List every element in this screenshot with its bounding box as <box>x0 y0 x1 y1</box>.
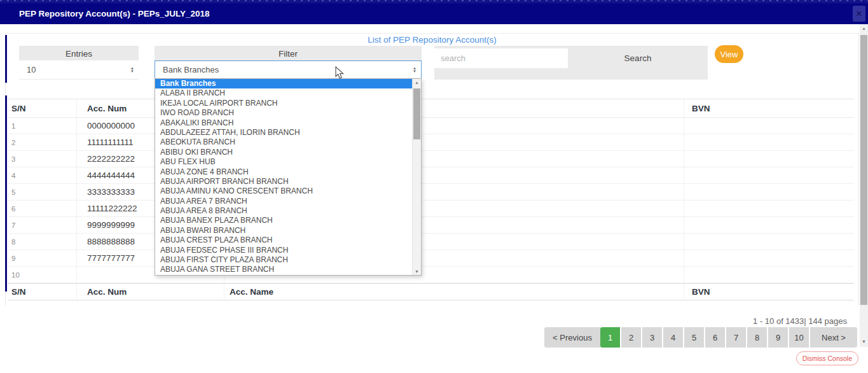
table-row: 88888888888 <box>8 234 854 250</box>
search-label: Search <box>568 53 708 63</box>
table-cell <box>684 250 854 266</box>
dropdown-option[interactable]: ABUJA BWARI BRANCH <box>155 226 413 236</box>
column-header: S/N <box>8 284 76 300</box>
table-cell <box>684 234 854 250</box>
table-row: 79999999999 <box>8 217 854 234</box>
dropdown-option[interactable]: ABUJA AREA 8 BRANCH <box>155 206 413 216</box>
table-cell: 5 <box>8 184 76 200</box>
search-input[interactable] <box>434 48 568 68</box>
title-bar: PEP Repository Account(s) - PEPs_JULY_20… <box>0 3 868 24</box>
dropdown-option[interactable]: ABDULAZEEZ ATTAH, ILORIN BRANCH <box>155 128 413 137</box>
table-cell: 6 <box>8 201 76 216</box>
table-cell <box>684 134 854 150</box>
dropdown-option[interactable]: ABIBU OKI BRANCH <box>155 148 413 157</box>
scroll-up-icon[interactable]: ▲ <box>860 26 868 31</box>
page-scrollbar[interactable]: ▲ ▼ <box>860 24 868 347</box>
dropdown-option[interactable]: ABUJA FEDSEC PHASE III BRANCH <box>155 246 413 255</box>
select-spinner-icon: ▲▼ <box>130 67 134 73</box>
column-header: BVN <box>684 99 854 117</box>
dropdown-option[interactable]: ABU FLEX HUB <box>155 157 413 167</box>
table-cell: 1 <box>8 118 76 134</box>
table-body: 1000000000021111111111132222222222444444… <box>8 118 854 283</box>
dismiss-console-button[interactable]: Dismiss Console <box>796 351 858 365</box>
dropdown-option[interactable]: IWO ROAD BRANCH <box>155 108 413 118</box>
scroll-down-icon[interactable]: ▼ <box>860 339 868 344</box>
page-number-button[interactable]: 4 <box>662 327 683 348</box>
table-cell <box>684 151 854 167</box>
dropdown-scrollbar-thumb[interactable] <box>413 88 420 139</box>
pagination-summary: 1 - 10 of 1433| 144 pages <box>753 316 847 326</box>
scroll-up-icon[interactable]: ▲ <box>413 80 421 85</box>
previous-page-button[interactable]: < Previous <box>544 327 600 348</box>
dropdown-option[interactable]: ABUJA CREST PLAZA BRANCH <box>155 236 413 245</box>
dropdown-option[interactable]: ABEOKUTA BRANCH <box>155 137 413 147</box>
page-number-button[interactable]: 6 <box>704 327 725 348</box>
table-cell: 2 <box>8 134 76 150</box>
table-cell: 7 <box>8 217 76 233</box>
dropdown-option[interactable]: ABUJA AMINU KANO CRESCENT BRANCH <box>155 186 413 196</box>
dropdown-option[interactable]: ABUJA FIRST CITY PLAZA BRANCH <box>155 255 413 265</box>
table-cell: 10 <box>8 267 76 283</box>
page-number-button[interactable]: 3 <box>641 327 662 348</box>
page-number-button[interactable]: 9 <box>767 327 788 348</box>
page-number-button[interactable]: 5 <box>683 327 704 348</box>
table-cell <box>684 118 854 134</box>
dropdown-option[interactable]: ABUJA GANA STREET BRANCH <box>155 265 413 274</box>
table-cell: 8 <box>8 234 76 250</box>
filter-select-value: Bank Branches <box>163 65 219 74</box>
filter-dropdown-list: Bank BranchesALABA II BRANCHIKEJA LOCAL … <box>155 79 413 275</box>
table-cell <box>684 217 854 233</box>
table-cell: 3 <box>8 151 76 167</box>
entries-label: Entries <box>19 49 139 59</box>
table-row: 211111111111 <box>8 134 854 151</box>
filter-select[interactable]: Bank Branches ▲▼ <box>155 60 422 79</box>
page-number-button[interactable]: 2 <box>620 327 641 348</box>
table-row: 611111222222 <box>8 201 854 217</box>
page-title: PEP Repository Account(s) - PEPs_JULY_20… <box>19 9 210 18</box>
page-number-button[interactable]: 1 <box>600 327 620 348</box>
filter-dropdown: Bank BranchesALABA II BRANCHIKEJA LOCAL … <box>155 78 422 276</box>
dropdown-option[interactable]: ABUJA AREA 7 BRANCH <box>155 197 413 206</box>
pagination-pages: 12345678910 <box>600 327 809 348</box>
scroll-down-icon[interactable]: ▼ <box>413 269 421 274</box>
dropdown-scrollbar[interactable]: ▲ ▼ <box>412 79 421 275</box>
dropdown-option[interactable]: ABUJA ZONE 4 BRANCH <box>155 167 413 177</box>
column-header: S/N <box>8 99 76 117</box>
dropdown-option[interactable]: IKEJA LOCAL AIRPORT BRANCH <box>155 99 413 108</box>
table-cell: 9 <box>8 250 76 266</box>
dropdown-option[interactable]: ABUJA BANEX PLAZA BRANCH <box>155 216 413 225</box>
column-header: BVN <box>684 284 854 300</box>
entries-select-value: 10 <box>27 65 36 74</box>
table-cell <box>684 167 854 183</box>
table-row: 32222222222 <box>8 151 854 167</box>
page-number-button[interactable]: 7 <box>725 327 746 348</box>
column-header: Acc. Num <box>76 284 224 300</box>
dropdown-option[interactable]: ALABA II BRANCH <box>155 88 413 98</box>
table-row: 10 <box>8 267 854 283</box>
entries-select[interactable]: 10 ▲▼ <box>19 60 139 79</box>
entries-block: Entries 10 ▲▼ <box>19 46 139 80</box>
page-scrollbar-thumb[interactable] <box>860 35 867 305</box>
table-cell <box>684 267 854 283</box>
page-number-button[interactable]: 10 <box>788 327 809 348</box>
table-row: 44444444444 <box>8 167 854 184</box>
accounts-table: S/NAcc. NumAcc. NameBVN 1000000000021111… <box>8 99 854 300</box>
filter-block: Filter Bank Branches ▲▼ <box>155 46 422 80</box>
next-page-button[interactable]: Next > <box>809 327 857 348</box>
list-link[interactable]: List of PEP Repository Account(s) <box>5 35 859 45</box>
pagination-bar: < Previous 12345678910 Next > <box>544 327 857 348</box>
mouse-cursor <box>335 66 345 80</box>
view-button[interactable]: View <box>715 45 743 63</box>
dropdown-option[interactable]: ABAKALIKI BRANCH <box>155 118 413 128</box>
dropdown-option[interactable]: Bank Branches <box>155 79 413 88</box>
close-icon[interactable]: ✕ <box>853 6 865 22</box>
page-number-button[interactable]: 8 <box>746 327 767 348</box>
table-row: 97777777777 <box>8 250 854 267</box>
table-footer-row: S/NAcc. NumAcc. NameBVN <box>8 283 854 300</box>
select-spinner-icon: ▲▼ <box>413 67 417 73</box>
filter-label: Filter <box>155 49 422 59</box>
table-cell <box>684 201 854 216</box>
table-header-row: S/NAcc. NumAcc. NameBVN <box>8 99 854 118</box>
table-row: 10000000000 <box>8 118 854 134</box>
dropdown-option[interactable]: ABUJA AIRPORT BRANCH BRANCH <box>155 177 413 186</box>
